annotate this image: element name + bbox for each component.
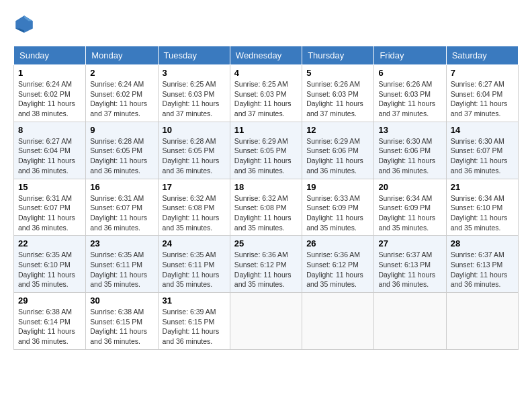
weekday-header: Wednesday <box>230 46 302 65</box>
day-number: 3 <box>163 68 226 78</box>
calendar-cell: 28 Sunrise: 6:37 AM Sunset: 6:13 PM Dayl… <box>446 236 518 293</box>
day-info: Sunrise: 6:31 AM Sunset: 6:07 PM Dayligh… <box>90 193 153 233</box>
day-number: 27 <box>378 238 441 248</box>
calendar-cell: 22 Sunrise: 6:35 AM Sunset: 6:10 PM Dayl… <box>14 236 86 293</box>
calendar-cell <box>230 293 302 350</box>
day-number: 9 <box>90 125 153 135</box>
svg-marker-0 <box>15 15 33 33</box>
day-number: 22 <box>18 238 81 248</box>
calendar-cell: 12 Sunrise: 6:29 AM Sunset: 6:06 PM Dayl… <box>302 122 374 179</box>
calendar-cell: 14 Sunrise: 6:30 AM Sunset: 6:07 PM Dayl… <box>446 122 518 179</box>
calendar-cell: 29 Sunrise: 6:38 AM Sunset: 6:14 PM Dayl… <box>14 293 86 350</box>
day-info: Sunrise: 6:27 AM Sunset: 6:04 PM Dayligh… <box>18 136 81 176</box>
day-number: 29 <box>18 295 81 306</box>
calendar-cell: 18 Sunrise: 6:32 AM Sunset: 6:08 PM Dayl… <box>230 179 302 236</box>
day-number: 15 <box>18 182 81 192</box>
calendar-cell: 31 Sunrise: 6:39 AM Sunset: 6:15 PM Dayl… <box>158 293 230 350</box>
calendar-cell: 5 Sunrise: 6:26 AM Sunset: 6:03 PM Dayli… <box>302 65 374 122</box>
calendar-cell: 30 Sunrise: 6:38 AM Sunset: 6:15 PM Dayl… <box>86 293 158 350</box>
page-header <box>13 13 519 35</box>
day-number: 30 <box>90 295 153 306</box>
day-info: Sunrise: 6:37 AM Sunset: 6:13 PM Dayligh… <box>378 250 441 289</box>
calendar-cell: 20 Sunrise: 6:34 AM Sunset: 6:09 PM Dayl… <box>374 179 446 236</box>
calendar-cell: 13 Sunrise: 6:30 AM Sunset: 6:06 PM Dayl… <box>374 122 446 179</box>
day-number: 18 <box>234 182 298 192</box>
day-number: 7 <box>451 68 514 78</box>
calendar-cell: 26 Sunrise: 6:36 AM Sunset: 6:12 PM Dayl… <box>302 236 374 293</box>
calendar-cell: 3 Sunrise: 6:25 AM Sunset: 6:03 PM Dayli… <box>158 65 230 122</box>
day-info: Sunrise: 6:36 AM Sunset: 6:12 PM Dayligh… <box>306 250 369 289</box>
day-number: 1 <box>18 68 81 78</box>
day-number: 20 <box>378 182 441 192</box>
calendar-cell: 16 Sunrise: 6:31 AM Sunset: 6:07 PM Dayl… <box>86 179 158 236</box>
day-number: 19 <box>306 182 369 192</box>
day-number: 5 <box>306 68 369 78</box>
calendar-cell: 17 Sunrise: 6:32 AM Sunset: 6:08 PM Dayl… <box>158 179 230 236</box>
day-number: 28 <box>451 238 514 248</box>
calendar-cell: 4 Sunrise: 6:25 AM Sunset: 6:03 PM Dayli… <box>230 65 302 122</box>
calendar-cell: 8 Sunrise: 6:27 AM Sunset: 6:04 PM Dayli… <box>14 122 86 179</box>
day-info: Sunrise: 6:25 AM Sunset: 6:03 PM Dayligh… <box>163 79 226 119</box>
day-number: 31 <box>163 295 226 306</box>
day-info: Sunrise: 6:32 AM Sunset: 6:08 PM Dayligh… <box>163 193 226 233</box>
calendar-cell <box>374 293 446 350</box>
day-number: 23 <box>90 238 153 248</box>
day-number: 13 <box>378 125 441 135</box>
day-info: Sunrise: 6:26 AM Sunset: 6:03 PM Dayligh… <box>378 79 441 119</box>
day-info: Sunrise: 6:26 AM Sunset: 6:03 PM Dayligh… <box>306 79 369 119</box>
day-info: Sunrise: 6:38 AM Sunset: 6:15 PM Dayligh… <box>90 307 153 347</box>
day-number: 6 <box>378 68 441 78</box>
calendar-header-row: SundayMondayTuesdayWednesdayThursdayFrid… <box>14 46 519 65</box>
day-number: 25 <box>234 238 298 248</box>
day-number: 2 <box>90 68 153 78</box>
day-info: Sunrise: 6:27 AM Sunset: 6:04 PM Dayligh… <box>451 79 514 119</box>
day-info: Sunrise: 6:37 AM Sunset: 6:13 PM Dayligh… <box>451 250 514 289</box>
calendar-cell: 15 Sunrise: 6:31 AM Sunset: 6:07 PM Dayl… <box>14 179 86 236</box>
day-info: Sunrise: 6:35 AM Sunset: 6:11 PM Dayligh… <box>90 250 153 289</box>
day-info: Sunrise: 6:35 AM Sunset: 6:10 PM Dayligh… <box>18 250 81 289</box>
day-info: Sunrise: 6:24 AM Sunset: 6:02 PM Dayligh… <box>18 79 81 119</box>
day-info: Sunrise: 6:28 AM Sunset: 6:05 PM Dayligh… <box>163 136 226 176</box>
day-info: Sunrise: 6:25 AM Sunset: 6:03 PM Dayligh… <box>234 79 298 119</box>
weekday-header: Monday <box>86 46 158 65</box>
day-info: Sunrise: 6:34 AM Sunset: 6:10 PM Dayligh… <box>451 193 514 233</box>
day-number: 16 <box>90 182 153 192</box>
calendar-week-row: 15 Sunrise: 6:31 AM Sunset: 6:07 PM Dayl… <box>14 179 519 236</box>
weekday-header: Friday <box>374 46 446 65</box>
day-info: Sunrise: 6:35 AM Sunset: 6:11 PM Dayligh… <box>163 250 226 289</box>
calendar-cell: 2 Sunrise: 6:24 AM Sunset: 6:02 PM Dayli… <box>86 65 158 122</box>
day-number: 10 <box>163 125 226 135</box>
day-number: 11 <box>234 125 298 135</box>
calendar-week-row: 8 Sunrise: 6:27 AM Sunset: 6:04 PM Dayli… <box>14 122 519 179</box>
day-number: 14 <box>451 125 514 135</box>
day-number: 17 <box>163 182 226 192</box>
day-number: 26 <box>306 238 369 248</box>
calendar-cell: 19 Sunrise: 6:33 AM Sunset: 6:09 PM Dayl… <box>302 179 374 236</box>
day-info: Sunrise: 6:24 AM Sunset: 6:02 PM Dayligh… <box>90 79 153 119</box>
day-info: Sunrise: 6:36 AM Sunset: 6:12 PM Dayligh… <box>234 250 298 289</box>
weekday-header: Sunday <box>14 46 86 65</box>
calendar-cell: 1 Sunrise: 6:24 AM Sunset: 6:02 PM Dayli… <box>14 65 86 122</box>
day-number: 12 <box>306 125 369 135</box>
calendar-cell: 9 Sunrise: 6:28 AM Sunset: 6:05 PM Dayli… <box>86 122 158 179</box>
day-number: 8 <box>18 125 81 135</box>
logo <box>13 13 38 35</box>
weekday-header: Saturday <box>446 46 518 65</box>
calendar-cell <box>446 293 518 350</box>
day-number: 24 <box>163 238 226 248</box>
calendar-cell: 6 Sunrise: 6:26 AM Sunset: 6:03 PM Dayli… <box>374 65 446 122</box>
day-info: Sunrise: 6:29 AM Sunset: 6:05 PM Dayligh… <box>234 136 298 176</box>
calendar-cell: 11 Sunrise: 6:29 AM Sunset: 6:05 PM Dayl… <box>230 122 302 179</box>
day-info: Sunrise: 6:30 AM Sunset: 6:06 PM Dayligh… <box>378 136 441 176</box>
day-info: Sunrise: 6:39 AM Sunset: 6:15 PM Dayligh… <box>163 307 226 347</box>
day-info: Sunrise: 6:29 AM Sunset: 6:06 PM Dayligh… <box>306 136 369 176</box>
calendar-cell: 7 Sunrise: 6:27 AM Sunset: 6:04 PM Dayli… <box>446 65 518 122</box>
day-info: Sunrise: 6:32 AM Sunset: 6:08 PM Dayligh… <box>234 193 298 233</box>
calendar-table: SundayMondayTuesdayWednesdayThursdayFrid… <box>13 46 519 350</box>
calendar-cell: 21 Sunrise: 6:34 AM Sunset: 6:10 PM Dayl… <box>446 179 518 236</box>
day-info: Sunrise: 6:31 AM Sunset: 6:07 PM Dayligh… <box>18 193 81 233</box>
logo-icon <box>13 13 35 35</box>
calendar-cell: 24 Sunrise: 6:35 AM Sunset: 6:11 PM Dayl… <box>158 236 230 293</box>
calendar-week-row: 29 Sunrise: 6:38 AM Sunset: 6:14 PM Dayl… <box>14 293 519 350</box>
day-info: Sunrise: 6:30 AM Sunset: 6:07 PM Dayligh… <box>451 136 514 176</box>
